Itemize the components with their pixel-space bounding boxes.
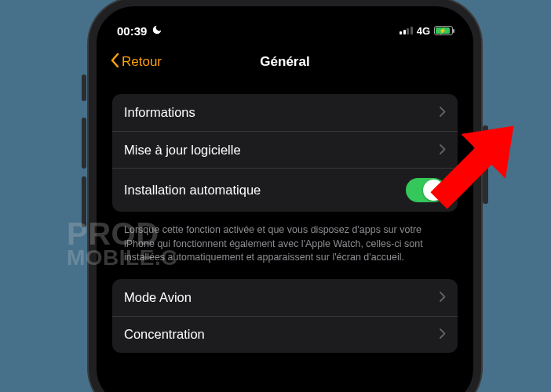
- chevron-left-icon: [111, 53, 119, 71]
- battery-icon: ⚡: [434, 26, 453, 35]
- auto-install-toggle[interactable]: [406, 178, 446, 202]
- screen: 00:39 4G ⚡ Retour: [101, 11, 469, 392]
- phone-side-button: [82, 176, 86, 227]
- back-label: Retour: [122, 54, 162, 70]
- row-label: Informations: [124, 105, 195, 120]
- settings-section: Informations Mise à jour logicielle Inst…: [112, 94, 458, 212]
- chevron-right-icon: [440, 290, 446, 305]
- chevron-right-icon: [440, 105, 446, 120]
- phone-side-button: [82, 118, 86, 169]
- row-concentration[interactable]: Concentration: [112, 316, 458, 353]
- settings-section: Mode Avion Concentration: [112, 279, 458, 353]
- content: Informations Mise à jour logicielle Inst…: [101, 80, 469, 353]
- back-button[interactable]: Retour: [111, 53, 162, 71]
- phone-side-button: [483, 125, 488, 204]
- moon-icon: [151, 24, 162, 38]
- row-label: Mode Avion: [124, 290, 192, 305]
- row-airplane-mode[interactable]: Mode Avion: [112, 279, 458, 316]
- chevron-right-icon: [440, 143, 446, 158]
- status-time: 00:39: [117, 24, 147, 38]
- nav-header: Retour Général: [101, 44, 469, 80]
- network-label: 4G: [417, 25, 430, 37]
- row-auto-install: Installation automatique: [112, 168, 458, 212]
- row-label: Concentration: [124, 327, 205, 342]
- row-label: Mise à jour logicielle: [124, 143, 241, 158]
- phone-frame: 00:39 4G ⚡ Retour: [89, 0, 481, 392]
- notch: [206, 11, 363, 33]
- chevron-right-icon: [440, 327, 446, 342]
- row-software-update[interactable]: Mise à jour logicielle: [112, 131, 458, 168]
- signal-icon: [400, 27, 413, 34]
- row-label: Installation automatique: [124, 183, 261, 198]
- phone-side-button: [82, 74, 86, 101]
- toggle-knob: [423, 180, 444, 201]
- row-informations[interactable]: Informations: [112, 94, 458, 131]
- section-caption: Lorsque cette fonction activée et que vo…: [112, 218, 458, 279]
